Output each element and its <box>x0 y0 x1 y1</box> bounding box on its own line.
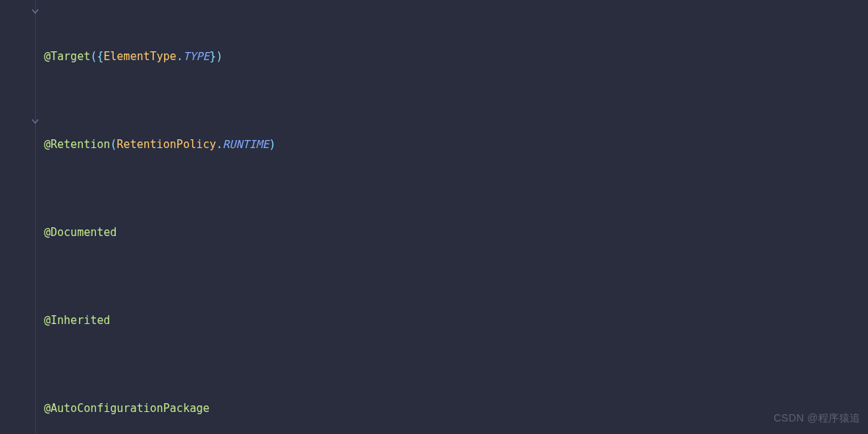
dot: . <box>177 50 183 63</box>
code-editor[interactable]: @Target({ElementType.TYPE}) @Retention(R… <box>0 0 868 434</box>
enum-const: TYPE <box>183 50 210 63</box>
annotation-name: Target <box>51 50 90 63</box>
code-line[interactable]: @Inherited <box>44 309 868 331</box>
enum-const: RUNTIME <box>223 138 269 151</box>
annotation-at: @ <box>44 226 51 239</box>
annotation-name: AutoConfigurationPackage <box>51 402 210 415</box>
annotation-name: Retention <box>51 138 110 151</box>
annotation-at: @ <box>44 50 51 63</box>
code-line[interactable]: @Documented <box>44 221 868 243</box>
type-ref: ElementType <box>103 50 176 63</box>
type-ref: RetentionPolicy <box>117 138 216 151</box>
punct: }) <box>210 50 223 63</box>
annotation-at: @ <box>44 402 51 415</box>
punct: ({ <box>90 50 103 63</box>
annotation-at: @ <box>44 314 51 327</box>
annotation-at: @ <box>44 138 51 151</box>
code-line[interactable]: @Retention(RetentionPolicy.RUNTIME) <box>44 133 868 155</box>
dot: . <box>216 138 223 151</box>
code-line[interactable]: @Target({ElementType.TYPE}) <box>44 45 868 67</box>
gutter <box>0 0 41 434</box>
code-area[interactable]: @Target({ElementType.TYPE}) @Retention(R… <box>0 1 868 434</box>
fold-marker-icon[interactable] <box>31 117 40 126</box>
code-line[interactable]: @AutoConfigurationPackage <box>44 397 868 419</box>
punct: ) <box>269 138 276 151</box>
annotation-name: Documented <box>51 226 117 239</box>
punct: ( <box>110 138 117 151</box>
fold-marker-icon[interactable] <box>31 7 40 16</box>
fold-guide-line <box>35 0 36 434</box>
annotation-name: Inherited <box>51 314 110 327</box>
